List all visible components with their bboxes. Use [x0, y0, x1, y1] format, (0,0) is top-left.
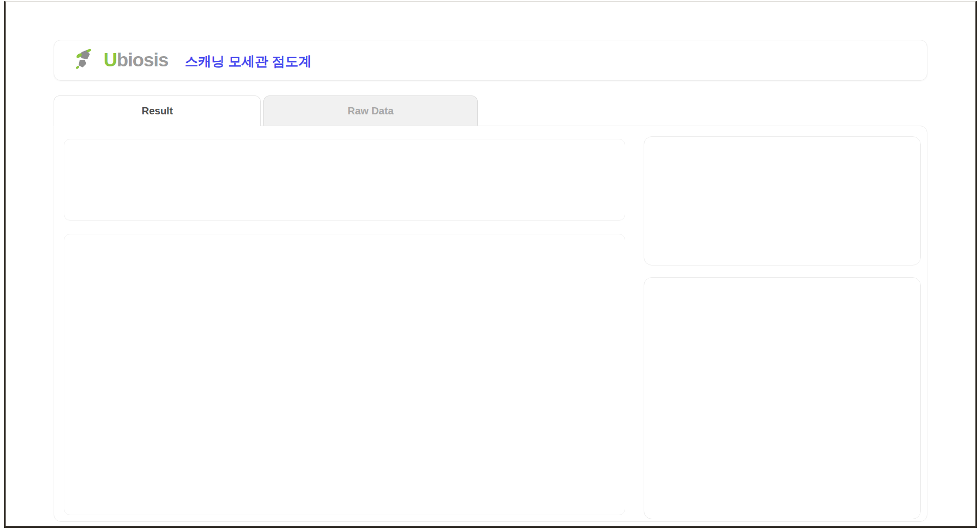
blood-viscosity-card: [644, 136, 921, 266]
brand-u: U: [104, 50, 117, 70]
brand-wordmark: Ubiosis: [104, 50, 168, 71]
viscometer-app: { "window": { "close_label": "×" }, "hea…: [0, 0, 980, 531]
file-info-card: [64, 139, 625, 221]
brand-rest: biosis: [117, 50, 168, 70]
brand-logo: Ubiosis: [75, 47, 168, 74]
graph-card: [64, 234, 625, 515]
app-title: 스캐닝 모세관 점도계: [185, 53, 311, 70]
shear-viscosity-card: [644, 277, 921, 519]
tab-result[interactable]: Result: [54, 95, 261, 126]
tab-raw-data[interactable]: Raw Data: [263, 95, 478, 126]
ubiosis-leaf-icon: [75, 47, 99, 74]
